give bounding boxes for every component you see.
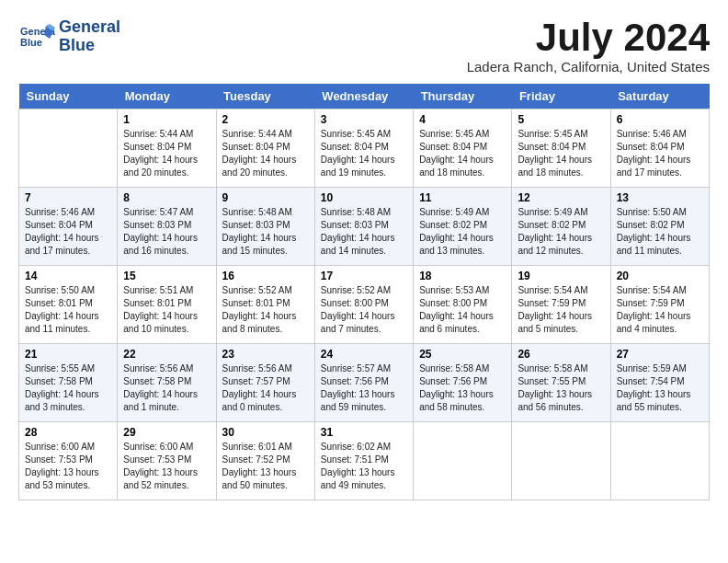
day-number: 19 bbox=[518, 270, 604, 282]
calendar-cell: 16Sunrise: 5:52 AM Sunset: 8:01 PM Dayli… bbox=[216, 266, 314, 344]
day-number: 4 bbox=[419, 113, 506, 126]
day-info: Sunrise: 5:57 AM Sunset: 7:56 PM Dayligh… bbox=[321, 362, 407, 414]
day-number: 27 bbox=[617, 348, 703, 361]
calendar-cell: 21Sunrise: 5:55 AM Sunset: 7:58 PM Dayli… bbox=[19, 344, 118, 422]
day-info: Sunrise: 5:52 AM Sunset: 8:00 PM Dayligh… bbox=[321, 284, 407, 336]
calendar-cell bbox=[414, 422, 512, 500]
week-row-5: 28Sunrise: 6:00 AM Sunset: 7:53 PM Dayli… bbox=[19, 422, 710, 500]
calendar-cell: 15Sunrise: 5:51 AM Sunset: 8:01 PM Dayli… bbox=[118, 266, 216, 344]
day-info: Sunrise: 6:01 AM Sunset: 7:52 PM Dayligh… bbox=[222, 441, 309, 492]
weekday-header-sunday: Sunday bbox=[19, 84, 118, 109]
day-number: 25 bbox=[419, 348, 506, 361]
weekday-header-thursday: Thursday bbox=[414, 84, 512, 109]
day-number: 22 bbox=[123, 348, 210, 361]
month-title: July 2024 bbox=[467, 18, 710, 57]
day-info: Sunrise: 5:49 AM Sunset: 8:02 PM Dayligh… bbox=[518, 206, 604, 258]
calendar-cell: 8Sunrise: 5:47 AM Sunset: 8:03 PM Daylig… bbox=[118, 188, 216, 266]
day-info: Sunrise: 6:02 AM Sunset: 7:51 PM Dayligh… bbox=[321, 441, 407, 492]
title-area: July 2024 Ladera Ranch, California, Unit… bbox=[467, 18, 710, 75]
calendar-cell: 18Sunrise: 5:53 AM Sunset: 8:00 PM Dayli… bbox=[414, 266, 512, 344]
calendar-cell: 26Sunrise: 5:58 AM Sunset: 7:55 PM Dayli… bbox=[512, 344, 610, 422]
day-number: 9 bbox=[222, 191, 309, 204]
day-info: Sunrise: 5:47 AM Sunset: 8:03 PM Dayligh… bbox=[123, 206, 210, 258]
day-number: 20 bbox=[617, 270, 703, 282]
day-number: 14 bbox=[25, 270, 111, 282]
calendar-cell: 6Sunrise: 5:46 AM Sunset: 8:04 PM Daylig… bbox=[610, 109, 709, 188]
calendar-cell: 27Sunrise: 5:59 AM Sunset: 7:54 PM Dayli… bbox=[610, 344, 709, 422]
calendar-cell: 1Sunrise: 5:44 AM Sunset: 8:04 PM Daylig… bbox=[118, 109, 216, 188]
calendar-cell: 17Sunrise: 5:52 AM Sunset: 8:00 PM Dayli… bbox=[314, 266, 413, 344]
calendar-cell bbox=[610, 422, 709, 500]
calendar-cell: 2Sunrise: 5:44 AM Sunset: 8:04 PM Daylig… bbox=[216, 109, 314, 188]
day-info: Sunrise: 5:44 AM Sunset: 8:04 PM Dayligh… bbox=[123, 128, 210, 179]
day-number: 16 bbox=[222, 270, 309, 282]
day-info: Sunrise: 5:52 AM Sunset: 8:01 PM Dayligh… bbox=[222, 284, 309, 336]
day-info: Sunrise: 5:56 AM Sunset: 7:57 PM Dayligh… bbox=[222, 362, 309, 414]
day-number: 30 bbox=[222, 426, 309, 439]
day-number: 23 bbox=[222, 348, 309, 361]
weekday-header-friday: Friday bbox=[512, 84, 610, 109]
svg-text:Blue: Blue bbox=[20, 37, 42, 48]
day-number: 11 bbox=[419, 191, 506, 204]
day-number: 10 bbox=[321, 191, 407, 204]
day-info: Sunrise: 5:53 AM Sunset: 8:00 PM Dayligh… bbox=[419, 284, 506, 336]
week-row-3: 14Sunrise: 5:50 AM Sunset: 8:01 PM Dayli… bbox=[19, 266, 710, 344]
calendar: SundayMondayTuesdayWednesdayThursdayFrid… bbox=[18, 84, 710, 500]
day-number: 1 bbox=[123, 113, 210, 126]
week-row-1: 1Sunrise: 5:44 AM Sunset: 8:04 PM Daylig… bbox=[19, 109, 710, 188]
day-number: 17 bbox=[321, 270, 407, 282]
calendar-cell: 11Sunrise: 5:49 AM Sunset: 8:02 PM Dayli… bbox=[414, 188, 512, 266]
day-number: 21 bbox=[25, 348, 111, 361]
day-number: 31 bbox=[321, 426, 407, 439]
calendar-cell: 5Sunrise: 5:45 AM Sunset: 8:04 PM Daylig… bbox=[512, 109, 610, 188]
weekday-header-wednesday: Wednesday bbox=[314, 84, 413, 109]
calendar-cell: 10Sunrise: 5:48 AM Sunset: 8:03 PM Dayli… bbox=[314, 188, 413, 266]
day-info: Sunrise: 5:58 AM Sunset: 7:55 PM Dayligh… bbox=[518, 362, 604, 414]
day-info: Sunrise: 5:56 AM Sunset: 7:58 PM Dayligh… bbox=[123, 362, 210, 414]
day-info: Sunrise: 5:44 AM Sunset: 8:04 PM Dayligh… bbox=[222, 128, 309, 179]
weekday-header-monday: Monday bbox=[118, 84, 216, 109]
day-info: Sunrise: 5:54 AM Sunset: 7:59 PM Dayligh… bbox=[617, 284, 703, 336]
day-number: 24 bbox=[321, 348, 407, 361]
calendar-cell: 25Sunrise: 5:58 AM Sunset: 7:56 PM Dayli… bbox=[414, 344, 512, 422]
week-row-4: 21Sunrise: 5:55 AM Sunset: 7:58 PM Dayli… bbox=[19, 344, 710, 422]
calendar-cell: 13Sunrise: 5:50 AM Sunset: 8:02 PM Dayli… bbox=[610, 188, 709, 266]
calendar-header-row: SundayMondayTuesdayWednesdayThursdayFrid… bbox=[19, 84, 710, 109]
day-info: Sunrise: 5:55 AM Sunset: 7:58 PM Dayligh… bbox=[25, 362, 111, 414]
calendar-cell: 4Sunrise: 5:45 AM Sunset: 8:04 PM Daylig… bbox=[414, 109, 512, 188]
calendar-cell: 19Sunrise: 5:54 AM Sunset: 7:59 PM Dayli… bbox=[512, 266, 610, 344]
calendar-cell bbox=[19, 109, 118, 188]
day-info: Sunrise: 5:45 AM Sunset: 8:04 PM Dayligh… bbox=[518, 128, 604, 179]
day-number: 2 bbox=[222, 113, 309, 126]
calendar-cell: 28Sunrise: 6:00 AM Sunset: 7:53 PM Dayli… bbox=[19, 422, 118, 500]
logo-icon: General Blue bbox=[18, 18, 55, 55]
location-title: Ladera Ranch, California, United States bbox=[467, 59, 710, 75]
calendar-cell: 20Sunrise: 5:54 AM Sunset: 7:59 PM Dayli… bbox=[610, 266, 709, 344]
calendar-cell: 3Sunrise: 5:45 AM Sunset: 8:04 PM Daylig… bbox=[314, 109, 413, 188]
calendar-cell: 12Sunrise: 5:49 AM Sunset: 8:02 PM Dayli… bbox=[512, 188, 610, 266]
day-info: Sunrise: 5:54 AM Sunset: 7:59 PM Dayligh… bbox=[518, 284, 604, 336]
day-info: Sunrise: 5:58 AM Sunset: 7:56 PM Dayligh… bbox=[419, 362, 506, 414]
day-number: 29 bbox=[123, 426, 210, 439]
calendar-cell: 14Sunrise: 5:50 AM Sunset: 8:01 PM Dayli… bbox=[19, 266, 118, 344]
week-row-2: 7Sunrise: 5:46 AM Sunset: 8:04 PM Daylig… bbox=[19, 188, 710, 266]
calendar-cell: 23Sunrise: 5:56 AM Sunset: 7:57 PM Dayli… bbox=[216, 344, 314, 422]
day-info: Sunrise: 5:51 AM Sunset: 8:01 PM Dayligh… bbox=[123, 284, 210, 336]
day-info: Sunrise: 5:46 AM Sunset: 8:04 PM Dayligh… bbox=[617, 128, 703, 179]
day-number: 6 bbox=[617, 113, 703, 126]
calendar-cell: 30Sunrise: 6:01 AM Sunset: 7:52 PM Dayli… bbox=[216, 422, 314, 500]
logo: General Blue General Blue bbox=[18, 18, 120, 55]
day-info: Sunrise: 5:46 AM Sunset: 8:04 PM Dayligh… bbox=[25, 206, 111, 258]
day-info: Sunrise: 5:50 AM Sunset: 8:02 PM Dayligh… bbox=[617, 206, 703, 258]
calendar-cell: 24Sunrise: 5:57 AM Sunset: 7:56 PM Dayli… bbox=[314, 344, 413, 422]
day-info: Sunrise: 6:00 AM Sunset: 7:53 PM Dayligh… bbox=[25, 441, 111, 492]
calendar-cell: 22Sunrise: 5:56 AM Sunset: 7:58 PM Dayli… bbox=[118, 344, 216, 422]
day-number: 15 bbox=[123, 270, 210, 282]
day-number: 28 bbox=[25, 426, 111, 439]
day-info: Sunrise: 5:49 AM Sunset: 8:02 PM Dayligh… bbox=[419, 206, 506, 258]
day-number: 13 bbox=[617, 191, 703, 204]
calendar-cell: 29Sunrise: 6:00 AM Sunset: 7:53 PM Dayli… bbox=[118, 422, 216, 500]
day-number: 12 bbox=[518, 191, 604, 204]
day-number: 18 bbox=[419, 270, 506, 282]
day-number: 26 bbox=[518, 348, 604, 361]
